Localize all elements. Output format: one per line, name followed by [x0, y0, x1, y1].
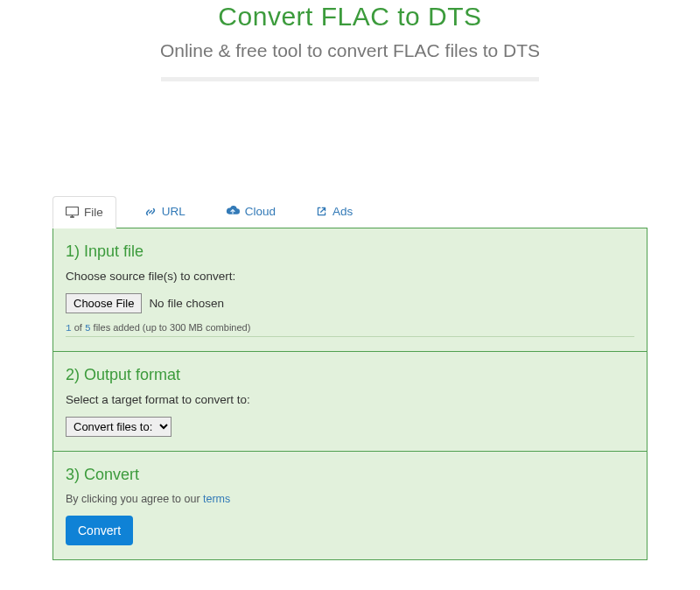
tab-file-label: File: [84, 206, 103, 219]
tab-bar: File URL Cloud Ads: [52, 195, 648, 228]
header-divider: [161, 77, 539, 81]
file-count-current: 1: [66, 323, 72, 334]
tab-url-label: URL: [162, 205, 186, 218]
output-format-select[interactable]: Convert files to:: [66, 417, 172, 437]
section-output-format: 2) Output format Select a target format …: [53, 352, 647, 452]
monitor-icon: [66, 207, 79, 218]
file-count-max: 5: [85, 323, 91, 334]
step2-title: 2) Output format: [66, 366, 634, 384]
tab-ads[interactable]: Ads: [304, 196, 365, 227]
file-limit-text: 1 of 5 files added (up to 300 MB combine…: [66, 322, 634, 337]
svg-rect-2: [72, 215, 73, 217]
step3-title: 3) Convert: [66, 466, 634, 484]
page-title: Convert FLAC to DTS: [0, 2, 700, 32]
choose-file-button[interactable]: Choose File: [66, 293, 142, 313]
file-limit-rest: files added (up to 300 MB combined): [94, 322, 251, 333]
terms-agreement-text: By clicking you agree to our terms: [66, 493, 634, 505]
step2-prompt: Select a target format to convert to:: [66, 393, 634, 406]
svg-rect-0: [66, 207, 79, 215]
section-convert: 3) Convert By clicking you agree to our …: [53, 452, 647, 559]
cloud-upload-icon: [226, 206, 240, 217]
tab-url[interactable]: URL: [132, 196, 198, 227]
tab-cloud-label: Cloud: [245, 205, 276, 218]
file-count-of: of: [74, 322, 82, 333]
section-input-file: 1) Input file Choose source file(s) to c…: [53, 228, 647, 352]
page-subtitle: Online & free tool to convert FLAC files…: [0, 39, 700, 63]
link-icon: [144, 206, 157, 218]
convert-button[interactable]: Convert: [66, 516, 133, 545]
terms-link[interactable]: terms: [203, 493, 230, 505]
tab-cloud[interactable]: Cloud: [214, 196, 288, 227]
external-link-icon: [316, 206, 327, 217]
agree-prefix: By clicking you agree to our: [66, 493, 203, 505]
step1-title: 1) Input file: [66, 242, 634, 261]
tab-file[interactable]: File: [52, 196, 116, 228]
step1-prompt: Choose source file(s) to convert:: [66, 270, 634, 283]
tab-ads-label: Ads: [332, 205, 353, 218]
file-chosen-status: No file chosen: [149, 297, 224, 310]
main-panel: 1) Input file Choose source file(s) to c…: [52, 228, 648, 560]
